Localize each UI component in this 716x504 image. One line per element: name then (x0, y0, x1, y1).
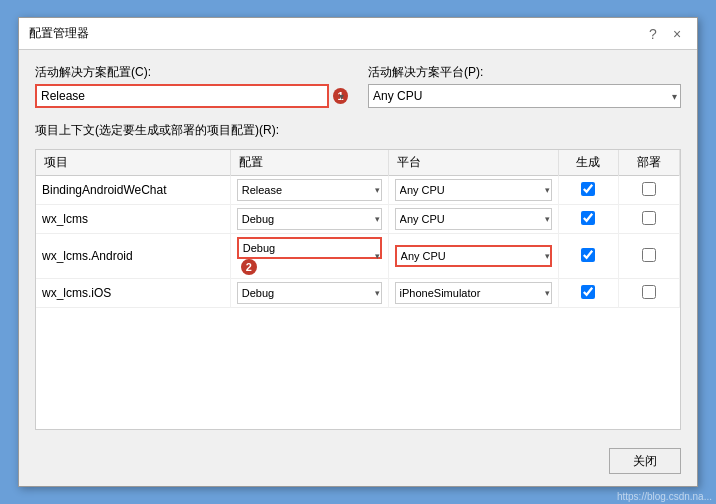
cell-config: ReleaseDebug▾ (230, 279, 388, 308)
row-platform-select[interactable]: Any CPUiPhoneSimulatorx86x64 (395, 245, 552, 267)
row-platform-select[interactable]: Any CPUiPhoneSimulatorx86x64 (395, 208, 552, 230)
cell-config: ReleaseDebug▾ (230, 205, 388, 234)
table-row: wx_lcms.iOSReleaseDebug▾Any CPUiPhoneSim… (36, 279, 680, 308)
deploy-checkbox[interactable] (642, 182, 656, 196)
projects-table-container: 项目 配置 平台 生成 部署 BindingAndroidWeChatRelea… (35, 149, 681, 430)
cell-platform: Any CPUiPhoneSimulatorx86x64▾ (388, 176, 558, 205)
cell-build (558, 205, 619, 234)
cell-deploy (619, 176, 680, 205)
cell-project: wx_lcms (36, 205, 230, 234)
active-config-select-wrapper: Release Debug ▾ 1 (35, 84, 348, 108)
row-platform-select[interactable]: Any CPUiPhoneSimulatorx86x64 (395, 179, 552, 201)
config-select-wrapper: ReleaseDebug▾2 (237, 237, 382, 275)
title-bar-controls: ? × (643, 24, 687, 44)
build-checkbox[interactable] (581, 211, 595, 225)
row-config-select[interactable]: ReleaseDebug (237, 282, 382, 304)
col-header-platform: 平台 (388, 150, 558, 176)
title-bar: 配置管理器 ? × (19, 18, 697, 50)
cell-platform: Any CPUiPhoneSimulatorx86x64▾ (388, 279, 558, 308)
col-header-build: 生成 (558, 150, 619, 176)
cell-config: ReleaseDebug▾ (230, 176, 388, 205)
cell-build (558, 279, 619, 308)
row-platform-select[interactable]: Any CPUiPhoneSimulatorx86x64 (395, 282, 552, 304)
table-row: wx_lcms.AndroidReleaseDebug▾2Any CPUiPho… (36, 234, 680, 279)
help-button[interactable]: ? (643, 24, 663, 44)
cell-platform: Any CPUiPhoneSimulatorx86x64▾ (388, 234, 558, 279)
deploy-checkbox[interactable] (642, 211, 656, 225)
dialog-title: 配置管理器 (29, 25, 89, 42)
annotation-badge-1: 1 (333, 88, 348, 104)
row-config-select[interactable]: ReleaseDebug (237, 208, 382, 230)
active-platform-group: 活动解决方案平台(P): Any CPU x86 x64 ▾ (368, 64, 681, 108)
dialog-footer: 关闭 (19, 440, 697, 486)
config-select-wrapper: ReleaseDebug▾ (237, 179, 382, 201)
configuration-manager-dialog: 配置管理器 ? × 活动解决方案配置(C): Release Debug ▾ 1… (18, 17, 698, 487)
row-config-select[interactable]: ReleaseDebug (237, 237, 382, 259)
deploy-checkbox[interactable] (642, 248, 656, 262)
cell-project: wx_lcms.iOS (36, 279, 230, 308)
platform-select-wrapper: Any CPUiPhoneSimulatorx86x64▾ (395, 179, 552, 201)
project-section-label: 项目上下文(选定要生成或部署的项目配置)(R): (35, 122, 681, 139)
cell-build (558, 176, 619, 205)
table-header-row: 项目 配置 平台 生成 部署 (36, 150, 680, 176)
top-fields-row: 活动解决方案配置(C): Release Debug ▾ 1 活动解决方案平台(… (35, 64, 681, 108)
cell-deploy (619, 205, 680, 234)
row-config-select[interactable]: ReleaseDebug (237, 179, 382, 201)
active-config-select[interactable]: Release Debug (35, 84, 329, 108)
deploy-checkbox[interactable] (642, 285, 656, 299)
dialog-body: 活动解决方案配置(C): Release Debug ▾ 1 活动解决方案平台(… (19, 50, 697, 440)
platform-select-wrapper: Any CPUiPhoneSimulatorx86x64▾ (395, 282, 552, 304)
cell-config: ReleaseDebug▾2 (230, 234, 388, 279)
platform-select-wrapper: Any CPUiPhoneSimulatorx86x64▾ (395, 245, 552, 267)
active-platform-select[interactable]: Any CPU x86 x64 (368, 84, 681, 108)
build-checkbox[interactable] (581, 248, 595, 262)
close-button[interactable]: 关闭 (609, 448, 681, 474)
table-body: BindingAndroidWeChatReleaseDebug▾Any CPU… (36, 176, 680, 308)
cell-platform: Any CPUiPhoneSimulatorx86x64▾ (388, 205, 558, 234)
cell-deploy (619, 279, 680, 308)
active-config-label: 活动解决方案配置(C): (35, 64, 348, 81)
build-checkbox[interactable] (581, 285, 595, 299)
cell-project: wx_lcms.Android (36, 234, 230, 279)
active-config-group: 活动解决方案配置(C): Release Debug ▾ 1 (35, 64, 348, 108)
cell-project: BindingAndroidWeChat (36, 176, 230, 205)
build-checkbox[interactable] (581, 182, 595, 196)
window-close-button[interactable]: × (667, 24, 687, 44)
cell-build (558, 234, 619, 279)
col-header-deploy: 部署 (619, 150, 680, 176)
projects-table: 项目 配置 平台 生成 部署 BindingAndroidWeChatRelea… (36, 150, 680, 308)
table-row: BindingAndroidWeChatReleaseDebug▾Any CPU… (36, 176, 680, 205)
active-platform-label: 活动解决方案平台(P): (368, 64, 681, 81)
cell-deploy (619, 234, 680, 279)
table-row: wx_lcmsReleaseDebug▾Any CPUiPhoneSimulat… (36, 205, 680, 234)
config-select-wrapper: ReleaseDebug▾ (237, 282, 382, 304)
platform-select-wrapper: Any CPUiPhoneSimulatorx86x64▾ (395, 208, 552, 230)
col-header-config: 配置 (230, 150, 388, 176)
config-select-wrapper: ReleaseDebug▾ (237, 208, 382, 230)
watermark: https://blog.csdn.na... (617, 491, 712, 502)
col-header-project: 项目 (36, 150, 230, 176)
active-platform-select-wrapper: Any CPU x86 x64 ▾ (368, 84, 681, 108)
